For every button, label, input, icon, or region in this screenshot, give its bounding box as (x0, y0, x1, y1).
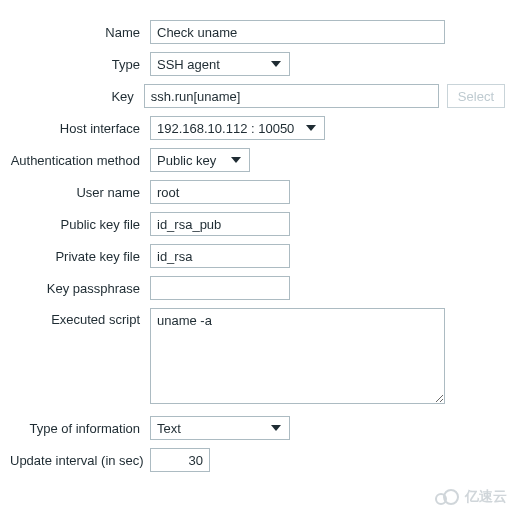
type-of-info-label: Type of information (10, 421, 150, 436)
priv-key-file-input[interactable] (150, 244, 290, 268)
type-select[interactable]: SSH agent (150, 52, 290, 76)
priv-key-file-label: Private key file (10, 249, 150, 264)
update-interval-label: Update interval (in sec) (10, 453, 150, 468)
name-label: Name (10, 25, 150, 40)
auth-method-label: Authentication method (10, 153, 150, 168)
update-interval-input[interactable] (150, 448, 210, 472)
key-passphrase-input[interactable] (150, 276, 290, 300)
type-label: Type (10, 57, 150, 72)
pub-key-file-label: Public key file (10, 217, 150, 232)
key-input[interactable] (144, 84, 439, 108)
select-button[interactable]: Select (447, 84, 505, 108)
host-interface-label: Host interface (10, 121, 150, 136)
auth-method-select[interactable]: Public key (150, 148, 250, 172)
pub-key-file-input[interactable] (150, 212, 290, 236)
key-passphrase-label: Key passphrase (10, 281, 150, 296)
user-name-input[interactable] (150, 180, 290, 204)
svg-point-1 (444, 490, 458, 500)
type-of-info-select[interactable]: Text (150, 416, 290, 440)
executed-script-label: Executed script (10, 308, 150, 327)
key-label: Key (10, 89, 144, 104)
svg-point-0 (436, 494, 446, 500)
host-interface-select[interactable]: 192.168.10.112 : 10050 (150, 116, 325, 140)
watermark: 亿速云 (433, 488, 507, 500)
cloud-icon (433, 488, 461, 500)
executed-script-textarea[interactable] (150, 308, 445, 404)
name-input[interactable] (150, 20, 445, 44)
user-name-label: User name (10, 185, 150, 200)
